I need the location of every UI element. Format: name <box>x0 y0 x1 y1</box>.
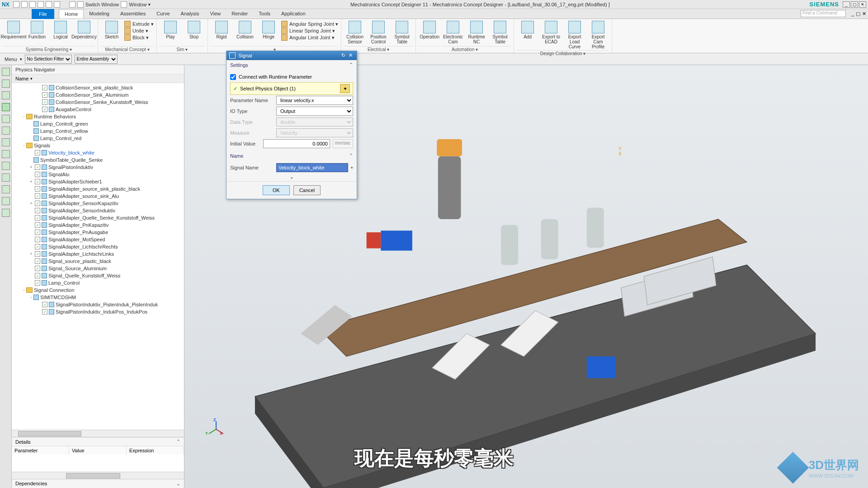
ribbon-sketch[interactable]: Sketch <box>101 20 123 46</box>
tree-node[interactable]: -Runtime Behaviors <box>12 113 184 120</box>
tree-node[interactable]: ✓CollisionSensor_Senke_Kunststoff_Weiss <box>12 99 184 106</box>
collapse-icon[interactable]: ⌃ <box>176 439 180 445</box>
tree-node[interactable]: ✓Signal_Source_Aluminium <box>12 265 184 272</box>
ribbon-export-to-ecad[interactable]: Export to ECAD <box>540 20 562 50</box>
ribbon-function[interactable]: Function <box>26 20 48 46</box>
tree-node[interactable]: ✓SignalAdapter_PnAusgabe <box>12 229 184 236</box>
ribbon-linear-spring-joint[interactable]: Linear Spring Joint ▾ <box>281 28 338 34</box>
tree-node[interactable]: Lamp_Control_yellow <box>12 127 184 135</box>
close-button[interactable]: ✕ <box>859 1 866 8</box>
ribbon-add[interactable]: Add <box>517 20 538 50</box>
mdi-close-button[interactable]: ✕ <box>862 11 866 17</box>
cancel-button[interactable]: Cancel <box>293 185 321 195</box>
ribbon-extrude[interactable]: Extrude ▾ <box>124 21 154 27</box>
assembly-scope-dropdown[interactable]: Entire Assembly <box>75 55 118 64</box>
unit-dropdown[interactable]: mm/sec <box>333 139 353 148</box>
system-icon[interactable] <box>2 197 10 205</box>
menu-tab-assemblies[interactable]: Assemblies <box>115 9 151 19</box>
ribbon-hinge[interactable]: Hinge <box>258 20 279 46</box>
signal-name-input[interactable] <box>276 163 348 172</box>
redo-icon[interactable] <box>29 1 36 8</box>
tree-node[interactable]: ✓AusgabeControl <box>12 106 184 113</box>
menu-tab-home[interactable]: Home <box>59 9 84 19</box>
io-type-dropdown[interactable]: Output <box>276 107 353 116</box>
ribbon-group-label[interactable]: Design Collaboration ▾ <box>517 50 609 56</box>
constraint-navigator-icon[interactable] <box>2 91 10 99</box>
ribbon-play[interactable]: Play <box>160 20 181 46</box>
mdi-restore-button[interactable]: ▢ <box>856 11 860 17</box>
mdi-minimize-button[interactable]: _ <box>851 11 854 16</box>
menu-label[interactable]: Menu <box>5 56 17 62</box>
ribbon-electronic-cam[interactable]: Electronic Cam <box>442 20 464 46</box>
menu-tab-tools[interactable]: Tools <box>253 9 276 19</box>
tree-node[interactable]: ✓SignalAdapter_PnKapazitiv <box>12 221 184 229</box>
browser-icon[interactable] <box>2 162 10 170</box>
part-navigator-icon[interactable] <box>2 80 10 88</box>
tree-node[interactable]: +✓SignalAdapter_LichtschrLinks <box>12 250 184 258</box>
tree-node[interactable]: ✓CollisionSensor_Sink_Aluminium <box>12 91 184 99</box>
menu-tab-view[interactable]: View <box>205 9 226 19</box>
connect-runtime-checkbox[interactable] <box>230 74 236 80</box>
navigator-tree[interactable]: ✓CollisionSensor_sink_plastic_black✓Coll… <box>12 83 184 430</box>
tree-node[interactable]: ✓Lamp_Control <box>12 279 184 286</box>
tree-node[interactable]: ✓Velocity_block_white <box>12 149 184 156</box>
tree-node[interactable]: +✓SignalAdapterSchieber1 <box>12 178 184 185</box>
ribbon-requirement[interactable]: Requirement <box>3 20 24 46</box>
sequence-editor-icon[interactable] <box>2 127 10 135</box>
tree-node[interactable]: Lamp_Control_red <box>12 135 184 142</box>
tree-node[interactable]: -Signals <box>12 142 184 149</box>
minimize-button[interactable]: _ <box>843 1 850 8</box>
select-physics-object[interactable]: ✓ Select Physics Object (1) ✦ <box>230 82 353 95</box>
collapse-icon[interactable]: ⌃ <box>349 153 353 159</box>
tree-node[interactable]: SymbolTable_Quelle_Senke <box>12 156 184 164</box>
ribbon-group-label[interactable]: Systems Engineering ▾ <box>3 46 95 52</box>
copy-icon[interactable] <box>46 1 52 8</box>
menu-tab-analysis[interactable]: Analysis <box>175 9 205 19</box>
collapse-icon[interactable]: ⌃ <box>349 62 353 68</box>
ribbon-unite[interactable]: Unite ▾ <box>124 28 154 34</box>
save-icon[interactable] <box>13 1 19 8</box>
dialog-titlebar[interactable]: Signal ↻ ✕ <box>226 51 357 60</box>
ribbon-symbol-table[interactable]: Symbol Table <box>391 20 413 46</box>
ribbon-symbol-table[interactable]: Symbol Table <box>489 20 511 46</box>
horizontal-scrollbar[interactable] <box>12 430 184 437</box>
tree-node[interactable]: ✓CollisionSensor_sink_plastic_black <box>12 84 184 91</box>
ribbon-group-label[interactable]: Sim ▾ <box>160 46 205 52</box>
ribbon-stop[interactable]: Stop <box>183 20 205 46</box>
dialog-expand-toggle[interactable]: ▾ <box>226 175 357 181</box>
tree-node[interactable]: ✓SignalAdapter_LichtschrRechts <box>12 243 184 250</box>
tree-node[interactable]: ✓Signal_source_plastic_black <box>12 258 184 265</box>
roles-icon[interactable] <box>2 150 10 158</box>
ribbon-logical[interactable]: Logical <box>50 20 71 46</box>
tree-node[interactable]: +✓SignalPistonInduktiv <box>12 164 184 171</box>
details-scrollbar[interactable] <box>12 472 184 479</box>
expand-icon[interactable]: ⌄ <box>176 481 180 487</box>
tree-node[interactable]: ✓SignalAdapter_Quelle_Senke_Kunststoff_W… <box>12 214 184 221</box>
ribbon-group-label[interactable]: Automation ▾ <box>419 46 511 52</box>
navigator-column-header[interactable]: Name▾ <box>12 75 184 83</box>
ribbon-rigid[interactable]: Rigid <box>211 20 232 46</box>
tree-node[interactable]: -SIMITMCDSHM <box>12 294 184 301</box>
physics-navigator-icon[interactable] <box>2 103 10 111</box>
reuse-library-icon[interactable] <box>2 115 10 123</box>
menu-tab-modeling[interactable]: Modeling <box>84 9 115 19</box>
dialog-close-icon[interactable]: ✕ <box>347 52 354 59</box>
pick-icon[interactable]: ✦ <box>340 84 350 93</box>
ribbon-collision-sensor[interactable]: Collision Sensor <box>344 20 366 46</box>
ribbon-angular-limit-joint[interactable]: Angular Limit Joint ▾ <box>281 34 338 41</box>
tree-node[interactable]: ✓SignalAdapter_source_sink_Alu <box>12 192 184 200</box>
more-icon[interactable] <box>2 209 10 217</box>
ribbon-collision[interactable]: Collision <box>234 20 256 46</box>
dialog-reset-icon[interactable]: ↻ <box>340 52 347 59</box>
ribbon-angular-spring-joint[interactable]: Angular Spring Joint ▾ <box>281 21 338 27</box>
menu-tab-application[interactable]: Application <box>276 9 311 19</box>
command-search[interactable]: Find a Command <box>801 10 846 17</box>
ribbon-operation[interactable]: Operation <box>419 20 440 46</box>
ribbon-group-label[interactable]: Mechanical Concept ▾ <box>101 46 154 52</box>
restore-button[interactable]: ▢ <box>851 1 858 8</box>
clock-icon[interactable] <box>2 185 10 193</box>
ok-button[interactable]: OK <box>263 185 290 195</box>
initial-value-input[interactable] <box>263 139 330 148</box>
tree-node[interactable]: ✓SignalPistonInduktiv_IndukPos_IndukPos <box>12 308 184 315</box>
file-menu[interactable]: File <box>32 9 54 19</box>
